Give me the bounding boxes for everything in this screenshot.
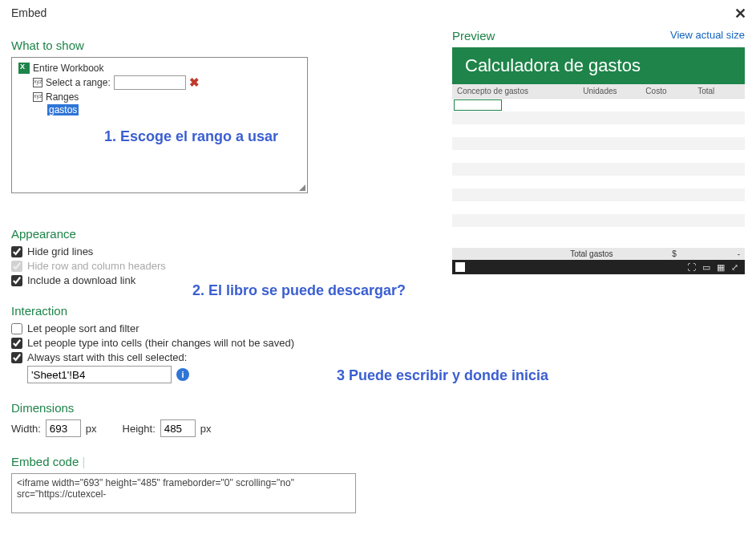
preview-pane: Calculadora de gastos Concepto de gastos… xyxy=(452,47,745,274)
resize-handle-icon[interactable] xyxy=(299,184,305,191)
view-actual-size-link[interactable]: View actual size xyxy=(670,29,745,41)
height-label: Height: xyxy=(123,423,156,435)
type-cells-label: Let people type into cells (their change… xyxy=(27,337,294,349)
range-input[interactable] xyxy=(114,75,186,90)
hide-headers-label: Hide row and column headers xyxy=(27,260,166,272)
preview-row xyxy=(452,201,745,214)
delete-range-icon[interactable]: ✖ xyxy=(189,75,200,90)
preview-row xyxy=(452,176,745,188)
what-to-show-heading: What to show xyxy=(11,38,428,52)
interaction-heading: Interaction xyxy=(11,304,428,318)
preview-row xyxy=(452,111,745,124)
width-unit: px xyxy=(86,423,97,435)
download-link-label: Include a download link xyxy=(27,274,135,286)
fullscreen-icon[interactable]: ⛶ xyxy=(687,262,696,272)
preview-row xyxy=(452,214,745,227)
dimensions-heading: Dimensions xyxy=(11,401,428,415)
close-icon[interactable]: ✕ xyxy=(734,5,746,22)
preview-column-headers: Concepto de gastos Unidades Costo Total xyxy=(452,84,745,99)
named-range-icon: xyz xyxy=(33,92,42,102)
preview-row xyxy=(452,227,745,240)
view-icon[interactable]: ▭ xyxy=(702,262,710,273)
hide-gridlines-checkbox[interactable] xyxy=(11,246,22,257)
type-cells-checkbox[interactable] xyxy=(11,338,22,349)
dialog-title: Embed xyxy=(11,6,745,19)
preview-row xyxy=(452,150,745,163)
info-icon[interactable]: i xyxy=(176,368,189,381)
height-unit: px xyxy=(200,423,212,435)
start-cell-input[interactable] xyxy=(27,366,172,383)
grid-icon[interactable]: ▦ xyxy=(717,262,725,273)
preview-row xyxy=(452,163,745,176)
range-item-gastos[interactable]: gastos xyxy=(47,104,79,115)
excel-icon xyxy=(18,63,30,74)
height-input[interactable] xyxy=(160,419,196,437)
expand-icon[interactable]: ⤢ xyxy=(731,262,738,273)
start-cell-checkbox[interactable] xyxy=(11,352,22,363)
preview-heading: Preview xyxy=(452,29,495,43)
ranges-label[interactable]: Ranges xyxy=(46,91,79,103)
embed-code-heading: Embed code | xyxy=(11,455,428,468)
width-input[interactable] xyxy=(46,419,81,437)
selected-cell-outline xyxy=(454,99,502,111)
sort-filter-label: Let people sort and filter xyxy=(27,322,139,334)
start-cell-label: Always start with this cell selected: xyxy=(27,351,187,363)
preview-banner: Calculadora de gastos xyxy=(452,47,745,84)
what-to-show-box: Entire Workbook xyz Select a range: ✖ xy… xyxy=(11,57,308,193)
named-range-icon: xyz xyxy=(33,78,42,87)
select-range-label: Select a range: xyxy=(46,77,111,88)
entire-workbook-label[interactable]: Entire Workbook xyxy=(33,63,103,74)
preview-row xyxy=(452,137,745,150)
width-label: Width: xyxy=(11,423,41,435)
preview-row xyxy=(452,99,745,111)
appearance-heading: Appearance xyxy=(11,227,428,241)
preview-status-bar: ⛶ ▭ ▦ ⤢ xyxy=(452,260,745,274)
hide-gridlines-label: Hide grid lines xyxy=(27,245,93,257)
sort-filter-checkbox[interactable] xyxy=(11,323,22,334)
preview-row xyxy=(452,124,745,137)
preview-row xyxy=(452,188,745,201)
hide-headers-checkbox xyxy=(11,261,22,272)
preview-total-row: Total gastos $ - xyxy=(452,248,745,260)
download-link-checkbox[interactable] xyxy=(11,275,22,286)
embed-code-textarea[interactable]: <iframe width="693" height="485" framebo… xyxy=(11,473,356,513)
